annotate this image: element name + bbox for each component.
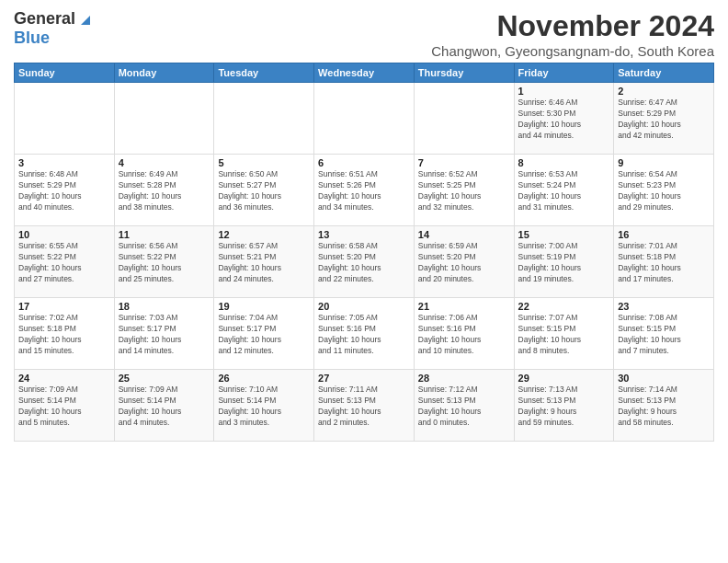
day-number: 5 (218, 157, 310, 168)
day-info: Sunrise: 6:56 AM Sunset: 5:22 PM Dayligh… (119, 241, 210, 285)
day-info: Sunrise: 6:59 AM Sunset: 5:20 PM Dayligh… (418, 241, 510, 285)
day-info: Sunrise: 6:57 AM Sunset: 5:21 PM Dayligh… (218, 241, 310, 285)
calendar-cell: 2Sunrise: 6:47 AM Sunset: 5:29 PM Daylig… (614, 83, 714, 155)
day-number: 25 (119, 373, 210, 384)
day-number: 28 (418, 373, 510, 384)
day-info: Sunrise: 7:14 AM Sunset: 5:13 PM Dayligh… (618, 385, 710, 429)
day-info: Sunrise: 6:48 AM Sunset: 5:29 PM Dayligh… (18, 169, 110, 213)
day-header-thursday: Thursday (414, 63, 514, 83)
day-header-saturday: Saturday (614, 63, 714, 83)
calendar-table: SundayMondayTuesdayWednesdayThursdayFrid… (14, 63, 714, 442)
title-area: November 2024 Changwon, Gyeongsangnam-do… (431, 9, 714, 59)
calendar-cell: 30Sunrise: 7:14 AM Sunset: 5:13 PM Dayli… (614, 370, 714, 442)
calendar-cell: 6Sunrise: 6:51 AM Sunset: 5:26 PM Daylig… (314, 155, 415, 226)
day-number: 14 (418, 229, 510, 240)
calendar-cell: 7Sunrise: 6:52 AM Sunset: 5:25 PM Daylig… (414, 155, 514, 226)
day-info: Sunrise: 6:51 AM Sunset: 5:26 PM Dayligh… (318, 169, 410, 213)
calendar-cell: 5Sunrise: 6:50 AM Sunset: 5:27 PM Daylig… (214, 155, 314, 226)
calendar-cell: 27Sunrise: 7:11 AM Sunset: 5:13 PM Dayli… (314, 370, 415, 442)
calendar-cell: 12Sunrise: 6:57 AM Sunset: 5:21 PM Dayli… (214, 226, 314, 298)
day-info: Sunrise: 6:49 AM Sunset: 5:28 PM Dayligh… (119, 169, 210, 213)
header-row: SundayMondayTuesdayWednesdayThursdayFrid… (15, 63, 714, 83)
day-info: Sunrise: 7:06 AM Sunset: 5:16 PM Dayligh… (418, 313, 510, 357)
page-container: General Blue November 2024 Changwon, Gye… (0, 0, 728, 446)
calendar-cell: 16Sunrise: 7:01 AM Sunset: 5:18 PM Dayli… (614, 226, 714, 298)
day-info: Sunrise: 6:53 AM Sunset: 5:24 PM Dayligh… (518, 169, 610, 213)
calendar-cell: 20Sunrise: 7:05 AM Sunset: 5:16 PM Dayli… (314, 298, 415, 370)
logo-general-text: General (14, 9, 75, 29)
day-number: 4 (119, 157, 210, 168)
calendar-cell (214, 83, 314, 155)
calendar-cell: 13Sunrise: 6:58 AM Sunset: 5:20 PM Dayli… (314, 226, 415, 298)
day-header-sunday: Sunday (15, 63, 115, 83)
day-number: 12 (218, 229, 310, 240)
week-row-2: 10Sunrise: 6:55 AM Sunset: 5:22 PM Dayli… (15, 226, 714, 298)
calendar-cell: 1Sunrise: 6:46 AM Sunset: 5:30 PM Daylig… (514, 83, 614, 155)
calendar-cell: 18Sunrise: 7:03 AM Sunset: 5:17 PM Dayli… (114, 298, 214, 370)
week-row-4: 24Sunrise: 7:09 AM Sunset: 5:14 PM Dayli… (15, 370, 714, 442)
month-title: November 2024 (431, 9, 714, 43)
day-info: Sunrise: 7:04 AM Sunset: 5:17 PM Dayligh… (218, 313, 310, 357)
day-info: Sunrise: 7:01 AM Sunset: 5:18 PM Dayligh… (618, 241, 710, 285)
day-number: 9 (618, 157, 710, 168)
day-info: Sunrise: 7:00 AM Sunset: 5:19 PM Dayligh… (518, 241, 610, 285)
day-info: Sunrise: 6:50 AM Sunset: 5:27 PM Dayligh… (218, 169, 310, 213)
calendar-cell: 28Sunrise: 7:12 AM Sunset: 5:13 PM Dayli… (414, 370, 514, 442)
header: General Blue November 2024 Changwon, Gye… (14, 9, 714, 59)
day-info: Sunrise: 6:52 AM Sunset: 5:25 PM Dayligh… (418, 169, 510, 213)
day-info: Sunrise: 6:54 AM Sunset: 5:23 PM Dayligh… (618, 169, 710, 213)
day-number: 10 (18, 229, 110, 240)
calendar-cell: 15Sunrise: 7:00 AM Sunset: 5:19 PM Dayli… (514, 226, 614, 298)
day-header-friday: Friday (514, 63, 614, 83)
day-number: 19 (218, 301, 310, 312)
day-info: Sunrise: 7:02 AM Sunset: 5:18 PM Dayligh… (18, 313, 110, 357)
day-number: 24 (18, 373, 110, 384)
svg-marker-0 (81, 16, 90, 25)
day-number: 7 (418, 157, 510, 168)
day-number: 30 (618, 373, 710, 384)
day-info: Sunrise: 7:03 AM Sunset: 5:17 PM Dayligh… (119, 313, 210, 357)
day-number: 27 (318, 373, 410, 384)
day-number: 23 (618, 301, 710, 312)
day-header-wednesday: Wednesday (314, 63, 415, 83)
day-info: Sunrise: 7:13 AM Sunset: 5:13 PM Dayligh… (518, 385, 610, 429)
calendar-cell: 10Sunrise: 6:55 AM Sunset: 5:22 PM Dayli… (15, 226, 115, 298)
day-number: 8 (518, 157, 610, 168)
calendar-cell (114, 83, 214, 155)
day-number: 21 (418, 301, 510, 312)
day-header-tuesday: Tuesday (214, 63, 314, 83)
calendar-cell: 29Sunrise: 7:13 AM Sunset: 5:13 PM Dayli… (514, 370, 614, 442)
subtitle: Changwon, Gyeongsangnam-do, South Korea (431, 43, 714, 59)
logo-icon (77, 10, 94, 27)
day-info: Sunrise: 7:09 AM Sunset: 5:14 PM Dayligh… (119, 385, 210, 429)
calendar-cell: 9Sunrise: 6:54 AM Sunset: 5:23 PM Daylig… (614, 155, 714, 226)
day-number: 22 (518, 301, 610, 312)
day-number: 29 (518, 373, 610, 384)
day-info: Sunrise: 6:46 AM Sunset: 5:30 PM Dayligh… (518, 98, 610, 142)
calendar-cell: 8Sunrise: 6:53 AM Sunset: 5:24 PM Daylig… (514, 155, 614, 226)
logo-blue-text: Blue (14, 29, 50, 47)
day-number: 16 (618, 229, 710, 240)
calendar-cell: 21Sunrise: 7:06 AM Sunset: 5:16 PM Dayli… (414, 298, 514, 370)
calendar-cell: 3Sunrise: 6:48 AM Sunset: 5:29 PM Daylig… (15, 155, 115, 226)
week-row-0: 1Sunrise: 6:46 AM Sunset: 5:30 PM Daylig… (15, 83, 714, 155)
calendar-cell: 24Sunrise: 7:09 AM Sunset: 5:14 PM Dayli… (15, 370, 115, 442)
calendar-cell: 14Sunrise: 6:59 AM Sunset: 5:20 PM Dayli… (414, 226, 514, 298)
day-number: 1 (518, 86, 610, 97)
day-header-monday: Monday (114, 63, 214, 83)
logo: General Blue (14, 9, 94, 48)
calendar-cell: 11Sunrise: 6:56 AM Sunset: 5:22 PM Dayli… (114, 226, 214, 298)
week-row-3: 17Sunrise: 7:02 AM Sunset: 5:18 PM Dayli… (15, 298, 714, 370)
calendar-cell (414, 83, 514, 155)
calendar-cell: 22Sunrise: 7:07 AM Sunset: 5:15 PM Dayli… (514, 298, 614, 370)
day-number: 13 (318, 229, 410, 240)
day-info: Sunrise: 6:47 AM Sunset: 5:29 PM Dayligh… (618, 98, 710, 142)
day-info: Sunrise: 7:05 AM Sunset: 5:16 PM Dayligh… (318, 313, 410, 357)
day-info: Sunrise: 7:12 AM Sunset: 5:13 PM Dayligh… (418, 385, 510, 429)
day-number: 18 (119, 301, 210, 312)
calendar-cell (15, 83, 115, 155)
calendar-cell: 19Sunrise: 7:04 AM Sunset: 5:17 PM Dayli… (214, 298, 314, 370)
day-info: Sunrise: 7:09 AM Sunset: 5:14 PM Dayligh… (18, 385, 110, 429)
day-number: 3 (18, 157, 110, 168)
week-row-1: 3Sunrise: 6:48 AM Sunset: 5:29 PM Daylig… (15, 155, 714, 226)
